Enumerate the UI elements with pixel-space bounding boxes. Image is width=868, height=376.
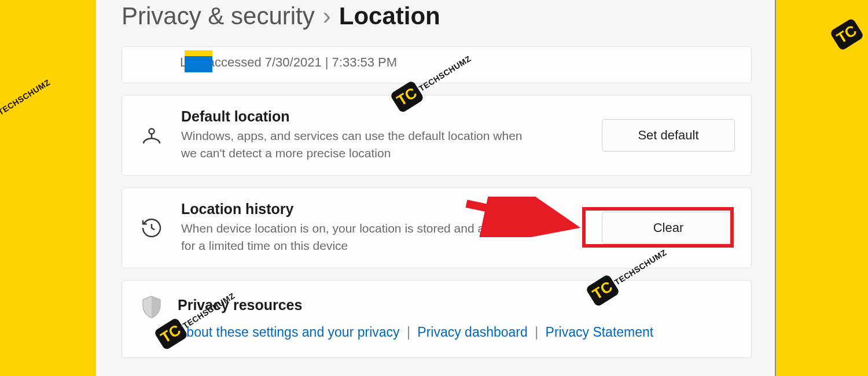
default-location-desc: Windows, apps, and services can use the …: [181, 127, 540, 163]
privacy-statement-link[interactable]: Privacy Statement: [546, 325, 654, 340]
default-location-title: Default location: [181, 108, 586, 125]
about-link[interactable]: About these settings and your privacy: [178, 325, 400, 340]
breadcrumb: Privacy & security › Location: [122, 0, 752, 46]
privacy-dashboard-link[interactable]: Privacy dashboard: [417, 325, 528, 340]
app-icon: [185, 50, 212, 72]
breadcrumb-current: Location: [339, 2, 440, 30]
default-location-card: Default location Windows, apps, and serv…: [122, 95, 752, 176]
breadcrumb-parent[interactable]: Privacy & security: [122, 2, 315, 30]
privacy-links: About these settings and your privacy | …: [138, 325, 735, 340]
location-history-card: Location history When device location is…: [122, 187, 752, 268]
svg-point-0: [149, 128, 154, 134]
location-history-desc: When device location is on, your locatio…: [181, 220, 540, 255]
set-default-button[interactable]: Set default: [602, 119, 735, 152]
history-icon: [138, 216, 165, 239]
watermark: TC: [829, 18, 864, 51]
location-pin-icon: [138, 123, 165, 148]
chevron-right-icon: ›: [323, 2, 331, 30]
privacy-resources-title: Privacy resources: [178, 297, 302, 314]
shield-icon: [138, 294, 165, 319]
last-accessed-text: Last accessed 7/30/2021 | 7:33:53 PM: [180, 55, 397, 70]
watermark: TECHSCHUMZ: [0, 78, 52, 117]
recent-access-card: Last accessed 7/30/2021 | 7:33:53 PM: [122, 46, 752, 83]
privacy-resources-card: Privacy resources About these settings a…: [122, 280, 752, 358]
settings-window: Privacy & security › Location Last acces…: [96, 0, 776, 376]
clear-button[interactable]: Clear: [602, 212, 735, 244]
location-history-title: Location history: [181, 201, 586, 218]
